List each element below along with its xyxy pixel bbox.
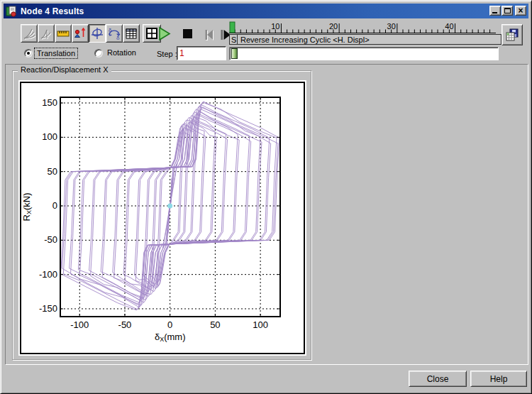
x-tick-label: -50 — [118, 319, 132, 330]
origin-marker — [167, 204, 172, 209]
window-title: Node 4 Results — [21, 6, 84, 16]
svg-text:δ: δ — [109, 27, 112, 33]
close-button[interactable]: × — [515, 6, 526, 16]
load-case-bar: S Reverse Increasing Cyclic <H. Displ> — [229, 34, 501, 45]
table-icon — [124, 26, 138, 40]
chart-panel: -150-100-50050100150-100-50050100δX(mm)R… — [18, 80, 306, 356]
timeline-slider[interactable] — [229, 47, 499, 60]
y-tick-label: -50 — [44, 234, 57, 245]
radio-translation[interactable] — [24, 49, 33, 58]
minimize-icon — [492, 12, 497, 13]
x-tick-label: 0 — [167, 319, 172, 330]
chart-title: Reaction/Displacement X — [18, 65, 111, 74]
play-button[interactable] — [156, 26, 173, 43]
x-axis-label: δX(mm) — [155, 332, 186, 343]
y-tick-label: 150 — [42, 97, 57, 108]
help-button[interactable]: Help — [470, 371, 527, 387]
translation-plot-icon — [90, 26, 104, 40]
x-tick-label: 50 — [210, 319, 220, 330]
maximize-button[interactable] — [501, 6, 513, 16]
ruler-tick-label: 10 — [271, 22, 279, 31]
save-results-icon — [505, 28, 519, 42]
x-tick-label: -100 — [70, 319, 89, 330]
chart-frame — [21, 82, 304, 354]
deformed-shape-button[interactable] — [21, 24, 38, 43]
ruler-tick-label: 20 — [329, 22, 338, 31]
ruler-measure-button[interactable] — [55, 24, 72, 43]
y-tick-label: -100 — [39, 269, 57, 280]
y-tick-label: 50 — [48, 166, 57, 177]
title-bar[interactable]: Node 4 Results × — [4, 4, 528, 18]
probe-displacement-icon — [73, 26, 87, 40]
ruler-tick-label: 30 — [387, 22, 396, 31]
y-tick-label: 0 — [52, 200, 57, 211]
ruler-icon — [56, 26, 70, 40]
translation-plot-button[interactable] — [89, 24, 106, 43]
radio-translation-label[interactable]: Translation — [34, 48, 78, 59]
radio-rotation-label[interactable]: Rotation — [105, 48, 138, 58]
probe-displacement-button[interactable] — [72, 24, 89, 43]
save-results-button[interactable] — [501, 24, 523, 45]
chart-groupbox: Reaction/Displacement X -150-100-5005010… — [12, 70, 311, 360]
y-axis-label: RX(kN) — [21, 193, 33, 221]
case-prefix-cell: S — [230, 35, 238, 44]
svg-text:δ: δ — [116, 35, 120, 40]
maximize-icon — [504, 8, 511, 13]
step-label: Step : — [157, 50, 177, 58]
app-icon — [6, 6, 17, 17]
rotation-plot-button[interactable]: δ δ — [106, 24, 123, 43]
dialog-node4-results: Node 4 Results × — [0, 0, 532, 394]
radio-rotation[interactable] — [94, 49, 103, 58]
deformed-shape-icon — [22, 26, 36, 40]
y-tick-label: -150 — [39, 303, 57, 314]
timeline-position-marker — [230, 22, 235, 33]
y-tick-label: 100 — [42, 131, 57, 142]
minimize-button[interactable] — [489, 6, 501, 16]
step-back-button[interactable] — [203, 28, 217, 42]
step-input[interactable] — [177, 46, 226, 60]
deformed-shape-animate-icon — [39, 26, 53, 40]
x-tick-label: 100 — [253, 319, 268, 330]
result-table-button[interactable] — [123, 24, 140, 43]
timeline-slider-handle[interactable] — [231, 48, 238, 59]
stop-button[interactable] — [182, 28, 194, 40]
deformed-shape-animate-button[interactable] — [38, 24, 55, 43]
rotation-plot-icon: δ δ — [107, 26, 121, 40]
load-case-label: Reverse Increasing Cyclic <H. Displ> — [238, 35, 370, 44]
close-dialog-button[interactable]: Close — [409, 371, 467, 387]
timeline-ruler[interactable]: 10203040 — [229, 20, 500, 34]
hysteresis-chart: -150-100-50050100150-100-50050100δX(mm)R… — [18, 80, 306, 356]
ruler-tick-label: 40 — [445, 22, 453, 31]
close-icon: × — [518, 7, 523, 14]
results-panel: Reaction/Displacement X -150-100-5005010… — [5, 64, 528, 365]
